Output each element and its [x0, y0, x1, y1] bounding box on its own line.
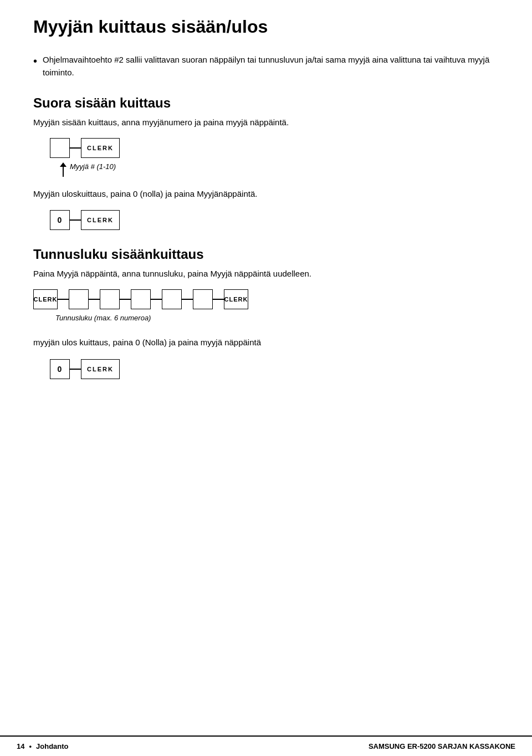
- digit-box-2: [100, 289, 120, 309]
- myyjä-key-box: [50, 138, 70, 158]
- digit-box-3: [131, 289, 151, 309]
- digit-box-1: [69, 289, 89, 309]
- key-connector-3: [70, 369, 81, 370]
- tunnusluku-key-row: CLERK CLERK: [33, 289, 499, 309]
- digit-box-4: [162, 289, 182, 309]
- conn-t4: [151, 299, 162, 300]
- clerk-key-end: CLERK: [224, 289, 248, 309]
- tunnusluku-desc: Paina Myyjä näppäintä, anna tunnusluku, …: [33, 268, 499, 280]
- arrow-label: Myyjä # (1-10): [70, 162, 116, 171]
- intro-bullet: Ohjelmavaihtoehto #2 sallii valittavan s…: [33, 54, 499, 79]
- key-connector-2: [70, 219, 81, 221]
- page-title: Myyjän kuittaus sisään/ulos: [33, 17, 499, 37]
- digit-box-5: [193, 289, 213, 309]
- footer-bullet: •: [29, 742, 32, 750]
- page-number: 14: [17, 742, 24, 750]
- footer-left: 14 • Johdanto: [17, 742, 69, 750]
- conn-t5: [182, 299, 193, 300]
- tunnusluku-signout-diagram: 0 CLERK: [50, 359, 499, 379]
- suora-heading: Suora sisään kuittaus: [33, 95, 499, 111]
- arrow-up: [60, 162, 66, 177]
- footer-product: SAMSUNG ER-5200 SARJAN KASSAKONE: [369, 742, 515, 750]
- arrow-head: [60, 162, 66, 167]
- arrow-line: [63, 167, 64, 177]
- key-connector-1: [70, 147, 81, 149]
- suora-desc: Myyjän sisään kuittaus, anna myyjänumero…: [33, 116, 499, 129]
- conn-t2: [89, 299, 100, 300]
- conn-t6: [213, 299, 224, 300]
- suora-signout-diagram: 0 CLERK: [50, 210, 499, 230]
- tunnusluku-sign-out-text: myyjän ulos kuittaus, paina 0 (Nolla) ja…: [33, 336, 499, 349]
- clerk-key-1: CLERK: [81, 138, 120, 158]
- clerk-key-start: CLERK: [33, 289, 58, 309]
- zero-key-1: 0: [50, 210, 70, 230]
- section-label: Johdanto: [36, 742, 69, 750]
- tunnusluku-diagram: CLERK CLERK Tunnusluku (max. 6 numeroa): [33, 289, 499, 324]
- conn-t3: [120, 299, 131, 300]
- suora-diagram: CLERK Myyjä # (1-10): [50, 138, 499, 177]
- zero-key-2: 0: [50, 359, 70, 379]
- page-footer: 14 • Johdanto SAMSUNG ER-5200 SARJAN KAS…: [0, 735, 532, 756]
- suora-key-row: CLERK: [50, 138, 499, 158]
- intro-text: Ohjelmavaihtoehto #2 sallii valittavan s…: [43, 54, 499, 79]
- conn-t1: [58, 299, 69, 300]
- tunnusluku-heading: Tunnusluku sisäänkuittaus: [33, 247, 499, 262]
- suora-sign-out-text: Myyjän uloskuittaus, paina 0 (nolla) ja …: [33, 188, 499, 201]
- clerk-key-2: CLERK: [81, 210, 120, 230]
- clerk-key-3: CLERK: [81, 359, 120, 379]
- tunnusluku-caption: Tunnusluku (max. 6 numeroa): [55, 313, 499, 324]
